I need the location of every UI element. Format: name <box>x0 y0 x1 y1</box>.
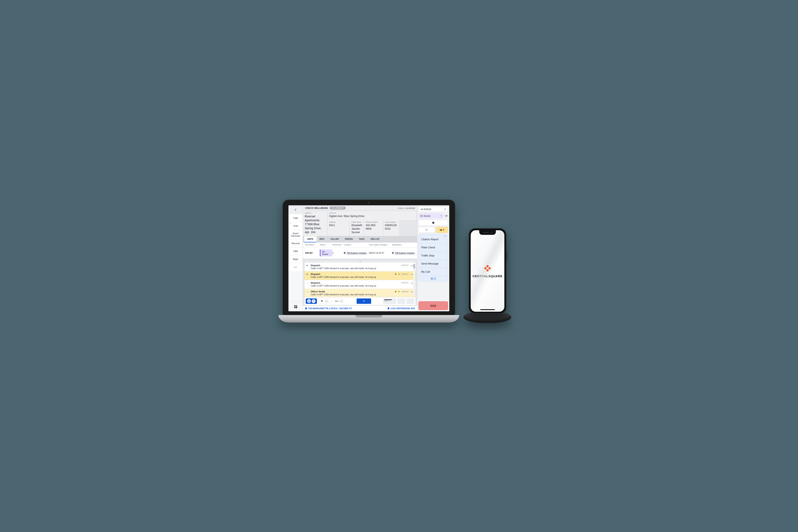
col-personnel[interactable]: Personnel <box>332 244 344 246</box>
action-traffic-stop[interactable]: Traffic Stop <box>419 251 448 260</box>
col-status[interactable]: Status <box>320 244 332 246</box>
back-button[interactable] <box>288 205 303 214</box>
lock-icon <box>395 290 397 293</box>
action-citation-report[interactable]: Citation Report <box>419 235 448 243</box>
svg-rect-7 <box>395 291 396 292</box>
table-row[interactable]: 299-B2 On Scene 1 799 Kaelyn Centers 04/… <box>303 247 417 259</box>
nav-fbr[interactable]: FBR <box>288 247 303 255</box>
info-phone[interactable]: Phone Number 432-693-0604 <box>364 220 383 236</box>
status-dropdown[interactable]: On Scene <box>419 213 443 218</box>
actions-footer[interactable] <box>419 276 448 281</box>
tab-units[interactable]: UNITS <box>304 236 317 242</box>
search-button[interactable] <box>419 227 435 233</box>
col-unit-name[interactable]: Unit Name <box>305 244 320 246</box>
nav-records[interactable]: Records <box>288 240 303 247</box>
tab-priors[interactable]: PRIORS <box>342 236 356 242</box>
scrollbar[interactable] <box>413 264 415 296</box>
warn-icon <box>398 290 400 293</box>
nav-event-summary[interactable]: Event Summary <box>288 230 303 240</box>
cell-status: On Scene <box>320 249 332 256</box>
tab-2nd-loc[interactable]: 2ND LOC <box>368 236 383 242</box>
add-action-icon <box>434 278 436 280</box>
log-scroll-area: DispatchCaller in APT 2208 advised to ev… <box>304 263 416 297</box>
headset-icon <box>312 299 316 303</box>
log-body: Caller in APT 2208 advised to evacuate, … <box>311 293 408 296</box>
log-item[interactable]: 2Officer SmithCaller in APT 2208 advised… <box>304 289 416 297</box>
table-header: Unit Name Status Personnel Location Time… <box>303 243 417 247</box>
info-address-code[interactable]: Address 0411 <box>327 220 350 236</box>
info-caller-name[interactable]: Caller Name Elizabeth Jacobs-Sonnet <box>350 220 364 236</box>
sos-button[interactable]: SOS <box>419 301 448 310</box>
action-my-call[interactable]: My Call <box>419 268 448 276</box>
centralsquare-wordmark: CENTRALSQUARE <box>473 274 502 278</box>
action-plate-check[interactable]: Plate Check <box>419 243 448 251</box>
home-indicator[interactable] <box>480 309 495 310</box>
nav-units[interactable]: F1 Units <box>288 222 303 230</box>
nav-maps[interactable]: Maps <box>288 255 303 263</box>
log-time: 13:42:11 <box>401 282 408 284</box>
info-case-number[interactable]: Case Number 03845129-5241 <box>383 220 399 236</box>
log-meta: 13:42:11 <box>401 264 408 266</box>
col-time[interactable]: Time Status Changed <box>369 244 392 246</box>
log-collapse-handle[interactable] <box>304 260 416 263</box>
broadcast-icon[interactable] <box>445 214 448 217</box>
footer-loc-right[interactable]: 1124 JEFFERSON AVE <box>387 307 415 310</box>
log-item[interactable]: DispatchCaller in APT 2208 advised to ev… <box>304 263 416 271</box>
nav-label: Records <box>291 242 300 245</box>
main-panel: CHECK WELLBEING PO1-PRIORITY CALL # 18-0… <box>303 205 417 311</box>
toolbar-tail <box>383 299 414 304</box>
log-meta: 13:42:11 <box>401 282 408 284</box>
log-role: Officer Smith <box>311 290 408 293</box>
phone-mockup: CENTRALSQUARE <box>469 228 507 314</box>
nav-dashboard-icon[interactable] <box>288 302 303 311</box>
cell-destination[interactable]: 799 Kaelyn Centers <box>392 252 415 254</box>
log-item[interactable]: 1DispatchCaller in APT 2208 advised to e… <box>304 280 416 289</box>
toolbar-primary-filters[interactable] <box>306 299 317 304</box>
nav-label: Maps <box>293 258 299 260</box>
col-destination[interactable]: Destination <box>392 244 415 246</box>
tail-preview-2[interactable] <box>397 299 405 304</box>
svg-rect-9 <box>399 292 399 292</box>
col-location[interactable]: Location <box>344 244 369 246</box>
log-meta: 13:42:11 <box>395 290 408 293</box>
nav-more[interactable]: ••• <box>288 263 303 271</box>
log-body: Caller in APT 2208 advised to evacuate, … <box>311 267 408 269</box>
tail-preview-1[interactable] <box>383 299 396 304</box>
toolbar-chat-filter[interactable]: TM <box>319 299 330 304</box>
event-log: DispatchCaller in APT 2208 advised to ev… <box>304 260 416 305</box>
warn-icon <box>398 273 400 276</box>
tail-preview-3[interactable] <box>406 299 414 304</box>
nav-calls[interactable]: Calls <box>288 214 303 222</box>
right-sidebar: 18-000535 2 On Scene 5 <box>417 205 449 311</box>
right-call-chip[interactable]: 18-000535 2 <box>419 207 448 212</box>
svg-rect-18 <box>484 267 487 270</box>
svg-rect-16 <box>486 265 489 268</box>
tab-tags[interactable]: TAGS <box>356 236 368 242</box>
info-address[interactable]: Address Riverset Apartments 77388 Blue S… <box>303 211 327 236</box>
laptop-base <box>279 315 459 323</box>
tab-info[interactable]: INFO <box>317 236 327 242</box>
laptop-bezel: Calls F1 Units Event Summary Records FBR… <box>283 200 455 315</box>
person-icon <box>307 299 311 303</box>
priority-pill: PO1-PRIORITY <box>330 207 346 209</box>
right-tool-card[interactable] <box>419 220 448 226</box>
svg-line-12 <box>427 230 428 231</box>
svg-point-10 <box>309 300 309 301</box>
tab-caller[interactable]: CALLER <box>327 236 342 242</box>
cell-location[interactable]: 799 Kaelyn Centers <box>344 252 369 254</box>
log-role: Dispatch <box>311 264 408 267</box>
scrollbar-thumb[interactable] <box>413 264 415 268</box>
log-item[interactable]: DispatchCaller in APT 2208 advised to ev… <box>304 271 416 280</box>
marketing-composite: Calls F1 Units Event Summary Records FBR… <box>249 166 549 366</box>
info-cross-street[interactable]: Cross St. Ogden Ave / Blue Spring Drive <box>327 211 417 220</box>
fkey-label: F1 <box>289 222 291 224</box>
toolbar-all-filter[interactable]: ALL TM <box>334 299 345 304</box>
quick-actions: F2 Citation Report Plate Check Traffic S… <box>419 234 448 281</box>
add-log-button[interactable]: + <box>357 299 371 304</box>
footer-loc-left[interactable]: 738 MARGARETTA LOCKS / JACOBS ST <box>305 307 352 310</box>
log-role: Dispatch <box>311 273 408 276</box>
messages-badge[interactable]: 5 <box>436 227 448 233</box>
log-meta: 13:42:11 <box>395 273 408 276</box>
action-send-message[interactable]: Send Message <box>419 260 448 268</box>
svg-rect-1 <box>296 305 297 306</box>
